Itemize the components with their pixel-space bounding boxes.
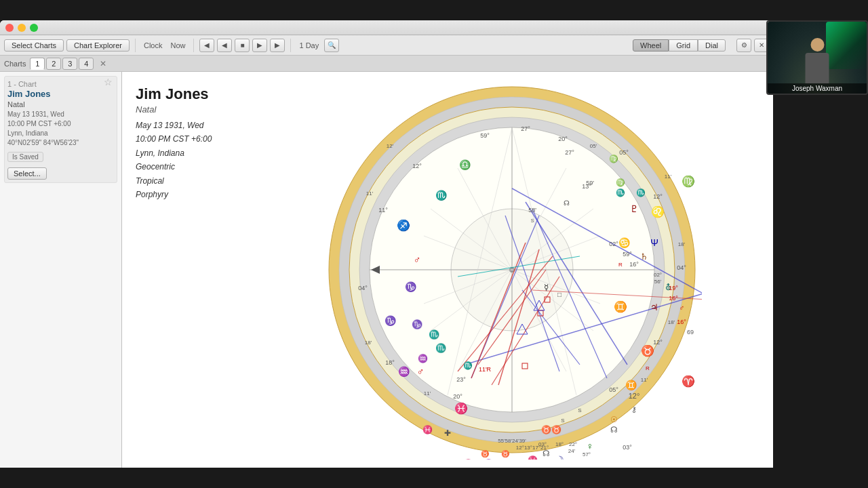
svg-text:16°: 16°: [669, 295, 678, 302]
minimize-button[interactable]: [18, 24, 26, 32]
deg-se: 12°: [653, 339, 663, 346]
meta-date: May 13 1931, Wed: [136, 121, 204, 130]
traffic-lights: [5, 24, 38, 32]
chart-tab-1[interactable]: 1: [30, 58, 45, 70]
sign-libra: ♎: [459, 159, 471, 171]
svg-text:S: S: [531, 218, 534, 223]
chart-tab-2[interactable]: 2: [46, 58, 61, 70]
aquarius-left: ♒: [418, 353, 428, 363]
app-window: Select Charts Chart Explorer Clock Now ◀…: [0, 20, 773, 468]
svg-text:19°: 19°: [669, 285, 678, 291]
clock-label: Clock: [141, 41, 165, 49]
sign-capricorn: ♑: [384, 315, 397, 327]
meta-system: Geocentric: [136, 162, 175, 171]
svg-text:♉: ♉: [481, 449, 490, 458]
close-button[interactable]: [5, 24, 14, 32]
tab-close-button[interactable]: ✕: [98, 58, 108, 69]
select-charts-button[interactable]: Select Charts: [4, 39, 64, 52]
toolbar-separator: [135, 39, 136, 52]
svg-text:11': 11': [641, 377, 648, 383]
svg-text:♉: ♉: [551, 424, 561, 434]
capricorn-left-main: ♑: [412, 319, 423, 330]
next-button[interactable]: ▶: [252, 39, 267, 52]
svg-text:S: S: [561, 418, 564, 424]
favorite-button[interactable]: ☆: [104, 77, 113, 87]
chart-title: Jim Jones: [136, 85, 251, 103]
chart-details: May 13 1931, Wed 10:00 PM CST +6:00 Lynn…: [7, 110, 114, 148]
prev-button[interactable]: ◀: [199, 39, 214, 52]
person-head: [810, 38, 824, 52]
chart-type: Natal: [7, 100, 114, 108]
sign-gemini: ♊: [614, 300, 627, 313]
chart-name: Jim Jones: [7, 89, 114, 99]
planet-scorp: ♏: [435, 342, 447, 354]
aquarius-bot: ♒: [484, 458, 494, 460]
planet-cap: ♑: [405, 281, 417, 293]
deg-nw: 12°: [412, 163, 422, 169]
svg-text:02°: 02°: [609, 241, 618, 247]
maximize-button[interactable]: [30, 24, 38, 32]
chart-time: 10:00 PM CST +6:00: [7, 120, 71, 127]
sign-aries: ♈: [682, 375, 695, 388]
svg-text:57°: 57°: [583, 451, 591, 458]
grid-tab[interactable]: Grid: [669, 39, 698, 52]
svg-text:69: 69: [687, 329, 694, 336]
svg-text:05': 05': [590, 143, 597, 149]
planet-pluto: ♇: [630, 203, 639, 214]
cross-symbol: ✚: [444, 428, 451, 438]
charts-label: Charts: [4, 60, 26, 68]
svg-text:18°: 18°: [555, 441, 564, 447]
deg-west: 04°: [358, 285, 368, 291]
deg-wsw: 18°: [385, 359, 395, 366]
saved-badge: Is Saved: [7, 152, 43, 162]
chart-explorer-button[interactable]: Chart Explorer: [66, 39, 130, 52]
gemini-lower: ♊: [625, 380, 637, 391]
wheel-tab[interactable]: Wheel: [633, 39, 669, 52]
meta-location: Lynn, Indiana: [136, 148, 184, 158]
deg-north: 20°: [558, 136, 568, 142]
pisces-bot-left: ♓: [463, 458, 473, 460]
webcam-label: Joseph Waxman: [768, 83, 867, 94]
title-bar: [0, 20, 773, 35]
toolbar-separator-3: [290, 39, 291, 52]
select-button[interactable]: Select...: [7, 167, 47, 180]
chart-tab-4[interactable]: 4: [79, 58, 94, 70]
svg-text:56': 56': [654, 279, 662, 285]
view-tabs: Wheel Grid Dial: [633, 39, 726, 52]
svg-text:13°: 13°: [582, 183, 591, 190]
chart-info-label: 1 - Chart: [7, 80, 37, 88]
pisces-sw: ♓: [422, 424, 433, 434]
meta-house: Porphyry: [136, 190, 168, 199]
planet-venus: ♀: [587, 441, 594, 451]
chart-block: 1 - Chart ☆ Jim Jones Natal May 13 1931,…: [4, 76, 117, 183]
planet-chiron: ⚷: [631, 405, 637, 413]
deg-sw: 20°: [453, 393, 462, 400]
chart-tabs: Charts 1 2 3 4 ✕: [0, 56, 773, 72]
planet-moon: ☽: [555, 454, 564, 460]
first-button[interactable]: ◀: [217, 39, 232, 52]
dial-tab[interactable]: Dial: [698, 39, 726, 52]
svg-text:18': 18': [668, 319, 675, 325]
svg-text:R: R: [618, 262, 623, 268]
svg-text:23°: 23°: [456, 376, 466, 383]
stop-button[interactable]: ■: [235, 39, 250, 52]
now-label: Now: [167, 41, 188, 49]
sidebar: 1 - Chart ☆ Jim Jones Natal May 13 1931,…: [0, 72, 122, 468]
deg-nne: 05°: [619, 149, 629, 156]
svg-text:11': 11': [366, 190, 374, 197]
chart-meta: May 13 1931, Wed 10:00 PM CST +6:00 Lynn…: [136, 119, 251, 201]
person-body: [806, 53, 829, 83]
search-button[interactable]: 🔍: [324, 39, 339, 52]
last-button[interactable]: ▶: [270, 39, 285, 52]
settings-button[interactable]: ⚙: [736, 39, 751, 52]
deg-wnw: 11°: [378, 207, 388, 214]
chart-area: Jim Jones Natal May 13 1931, Wed 10:00 P…: [122, 72, 773, 468]
svg-text:27°: 27°: [565, 149, 574, 156]
sign-sagittarius: ♐: [397, 219, 410, 232]
deg-ne: 12°: [653, 193, 663, 200]
planet-node: ☊: [610, 425, 618, 434]
chart-tab-3[interactable]: 3: [62, 58, 77, 70]
planet-sun: ☉: [610, 415, 618, 424]
svg-text:11': 11': [665, 174, 672, 180]
chart-info-panel: Jim Jones Natal May 13 1931, Wed 10:00 P…: [129, 79, 258, 461]
